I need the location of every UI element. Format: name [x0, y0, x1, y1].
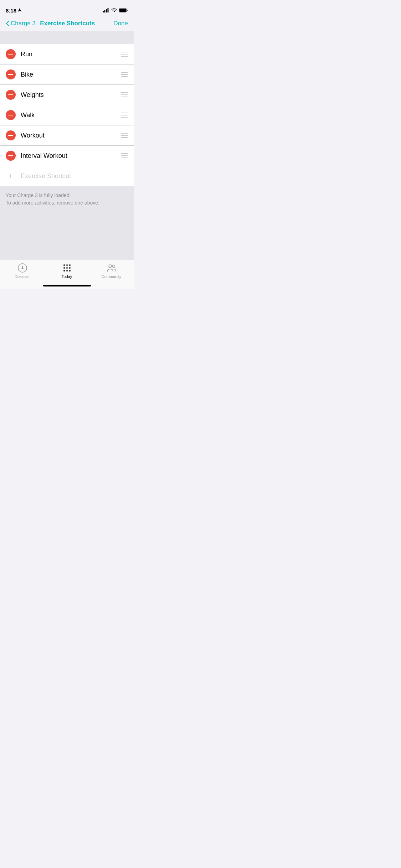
list-item: Workout: [0, 125, 134, 146]
tab-bar: Discover Today: [0, 260, 134, 289]
wifi-icon: [111, 8, 117, 12]
discover-icon: [17, 263, 27, 273]
add-shortcut-label: Exercise Shortcut: [21, 172, 71, 180]
item-label-interval: Interval Workout: [21, 152, 121, 160]
battery-icon: [119, 8, 128, 12]
item-label-run: Run: [21, 51, 121, 58]
drag-handle-interval[interactable]: [121, 153, 128, 158]
item-label-walk: Walk: [21, 112, 121, 119]
community-icon: [107, 263, 117, 273]
remove-interval-button[interactable]: [6, 151, 16, 161]
svg-point-13: [63, 267, 65, 269]
drag-handle-bike[interactable]: [121, 72, 128, 77]
info-section: Your Charge 3 is fully loaded!To add mor…: [0, 186, 134, 212]
list-item: Run: [0, 44, 134, 64]
drag-handle-run[interactable]: [121, 52, 128, 57]
svg-marker-0: [18, 8, 21, 12]
tab-today[interactable]: Today: [45, 263, 89, 279]
svg-point-11: [66, 264, 68, 266]
svg-point-14: [66, 267, 68, 269]
remove-run-button[interactable]: [6, 49, 16, 59]
drag-handle-workout[interactable]: [121, 133, 128, 138]
tab-discover[interactable]: Discover: [0, 263, 45, 279]
gray-spacer: [0, 31, 134, 44]
status-icons: [103, 8, 128, 12]
item-label-workout: Workout: [21, 132, 121, 139]
svg-rect-1: [103, 11, 104, 12]
today-icon: [62, 263, 72, 273]
list-item: Interval Workout: [0, 146, 134, 166]
svg-point-17: [66, 270, 68, 272]
info-text: Your Charge 3 is fully loaded!To add mor…: [6, 192, 128, 207]
svg-point-20: [112, 265, 115, 268]
home-indicator: [43, 285, 91, 286]
item-label-weights: Weights: [21, 91, 121, 99]
list-item: Weights: [0, 85, 134, 105]
chevron-left-icon: [6, 21, 9, 26]
nav-header: Charge 3 Exercise Shortcuts Done: [0, 16, 134, 31]
svg-rect-4: [108, 8, 109, 12]
tab-community-label: Community: [102, 274, 122, 279]
main-content: Run Bike Weights Walk: [0, 44, 134, 268]
list-item: Bike: [0, 64, 134, 85]
list-item: Walk: [0, 105, 134, 125]
svg-rect-3: [106, 9, 107, 12]
svg-point-15: [69, 267, 71, 269]
remove-workout-button[interactable]: [6, 130, 16, 140]
signal-icon: [103, 8, 109, 12]
done-button[interactable]: Done: [113, 20, 128, 27]
add-shortcut-row[interactable]: + Exercise Shortcut: [0, 166, 134, 186]
drag-handle-walk[interactable]: [121, 113, 128, 118]
tab-community[interactable]: Community: [89, 263, 134, 279]
svg-point-12: [69, 264, 71, 266]
drag-handle-weights[interactable]: [121, 92, 128, 97]
status-bar: 8:18: [0, 0, 134, 16]
exercise-list: Run Bike Weights Walk: [0, 44, 134, 166]
page-title: Exercise Shortcuts: [21, 20, 113, 27]
svg-rect-6: [119, 9, 126, 12]
location-icon: [18, 8, 21, 12]
svg-point-10: [63, 264, 65, 266]
tab-discover-label: Discover: [15, 274, 30, 279]
svg-rect-2: [104, 10, 106, 13]
svg-point-16: [63, 270, 65, 272]
svg-point-9: [22, 267, 23, 269]
svg-point-18: [69, 270, 71, 272]
time-display: 8:18: [6, 7, 16, 14]
tab-today-label: Today: [62, 274, 72, 279]
remove-bike-button[interactable]: [6, 69, 16, 79]
status-time: 8:18: [6, 7, 21, 14]
svg-point-19: [109, 265, 112, 268]
remove-weights-button[interactable]: [6, 90, 16, 100]
item-label-bike: Bike: [21, 71, 121, 78]
add-icon: +: [6, 171, 16, 181]
remove-walk-button[interactable]: [6, 110, 16, 120]
